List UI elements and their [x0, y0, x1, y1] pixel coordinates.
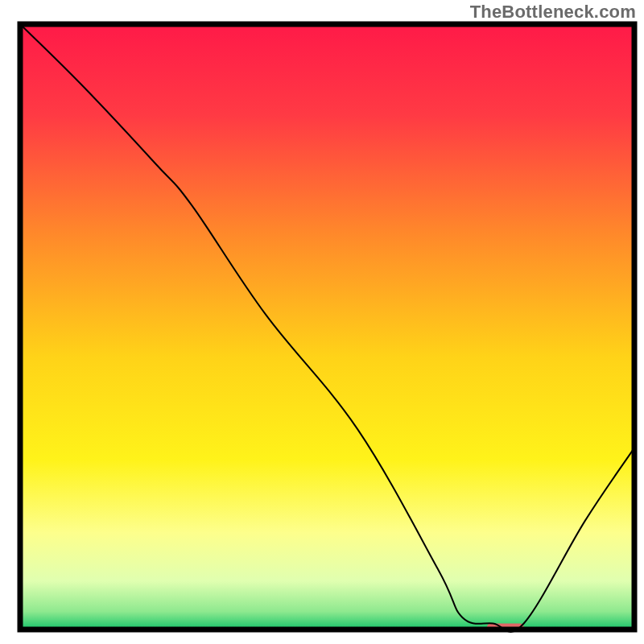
chart-background [20, 24, 634, 630]
chart-canvas [0, 0, 644, 644]
watermark-text: TheBottleneck.com [470, 2, 636, 23]
chart-frame: TheBottleneck.com [0, 0, 644, 644]
